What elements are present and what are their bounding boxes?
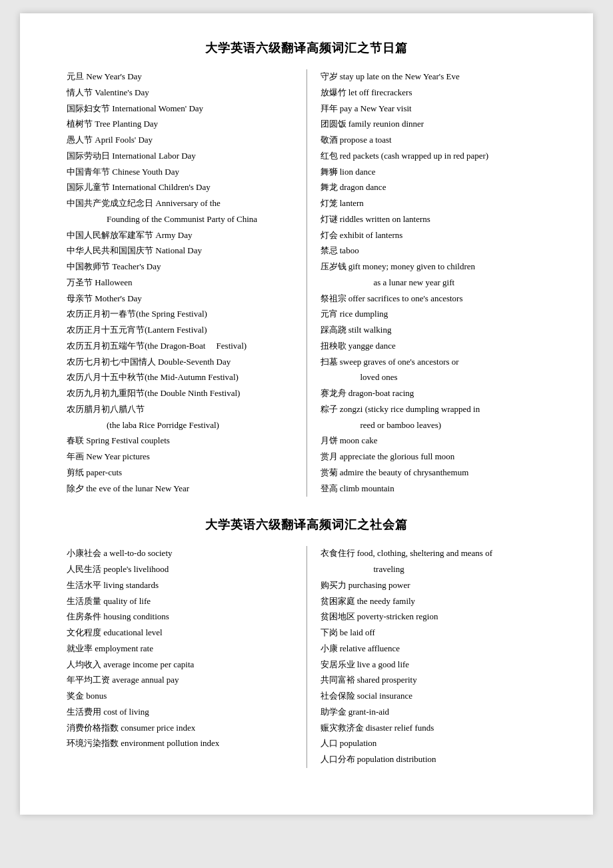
list-item: 小康社会 a well-to-do society <box>67 546 293 561</box>
list-item: reed or bamboo leaves) <box>320 418 547 433</box>
list-item: 舞龙 dragon dance <box>320 180 547 195</box>
list-item: 禁忌 taboo <box>320 243 547 259</box>
list-item: 消费价格指数 consumer price index <box>67 721 293 736</box>
section2-title: 大学英语六级翻译高频词汇之社会篇 <box>60 517 553 533</box>
list-item: 赈灾救济金 disaster relief funds <box>320 721 547 736</box>
list-item: 农历七月初七/中国情人 Double-Seventh Day <box>67 355 293 370</box>
list-item: 赏菊 admire the beauty of chrysanthemum <box>320 465 547 481</box>
list-item: 植树节 Tree Planting Day <box>67 117 293 132</box>
list-item: 中国教师节 Teacher's Day <box>67 259 293 275</box>
list-item: 元旦 New Year's Day <box>67 69 293 85</box>
section1-right-col: 守岁 stay up late on the New Year's Eve 放爆… <box>307 69 554 497</box>
list-item: 万圣节 Halloween <box>67 275 293 291</box>
list-item: 生活费用 cost of living <box>67 705 293 720</box>
list-item: 贫困家庭 the needy family <box>320 594 547 609</box>
list-item: 住房条件 housing conditions <box>67 609 293 625</box>
list-item: 舞狮 lion dance <box>320 165 547 180</box>
list-item: 祭祖宗 offer sacrifices to one's ancestors <box>320 291 547 307</box>
section1-left-col: 元旦 New Year's Day 情人节 Valentine's Day 国际… <box>60 69 307 497</box>
list-item: 国际劳动日 International Labor Day <box>67 149 293 164</box>
list-item: 生活水平 living standards <box>67 578 293 593</box>
list-item: 元宵 rice dumpling <box>320 307 547 322</box>
list-item: 拜年 pay a New Year visit <box>320 101 547 117</box>
list-item: 守岁 stay up late on the New Year's Eve <box>320 69 547 85</box>
list-item: 灯笼 lantern <box>320 196 547 211</box>
list-item: 生活质量 quality of life <box>67 594 293 609</box>
list-item: as a lunar new year gift <box>320 275 547 291</box>
list-item: loved ones <box>320 370 547 385</box>
list-item: 敬酒 propose a toast <box>320 133 547 148</box>
list-item: 社会保险 social insurance <box>320 689 547 704</box>
list-item: 扭秧歌 yangge dance <box>320 339 547 354</box>
list-item: 奖金 bonus <box>67 689 293 704</box>
list-item: 下岗 be laid off <box>320 625 547 641</box>
list-item: 农历九月初九重阳节(the Double Ninth Festival) <box>67 386 293 401</box>
list-item: 共同富裕 shared prosperity <box>320 673 547 688</box>
list-item: 情人节 Valentine's Day <box>67 85 293 101</box>
list-item: 母亲节 Mother's Day <box>67 291 293 307</box>
section2-content: 小康社会 a well-to-do society 人民生活 people's … <box>60 546 553 768</box>
list-item: 农历八月十五中秋节(the Mid-Autumn Festival) <box>67 370 293 385</box>
list-item: 踩高跷 stilt walking <box>320 323 547 338</box>
list-item: 贫困地区 poverty-stricken region <box>320 609 547 625</box>
list-item: 赏月 appreciate the glorious full moon <box>320 449 547 465</box>
list-item: 中国人民解放军建军节 Army Day <box>67 228 293 243</box>
list-item: 国际妇女节 International Women' Day <box>67 101 293 117</box>
list-item: 农历腊月初八腊八节 <box>67 402 293 417</box>
list-item: 粽子 zongzi (sticky rice dumpling wrapped … <box>320 402 547 417</box>
list-item: 农历正月初一春节(the Spring Festival) <box>67 307 293 322</box>
page: 大学英语六级翻译高频词汇之节日篇 元旦 New Year's Day 情人节 V… <box>20 13 593 815</box>
list-item: 人均收入 average income per capita <box>67 657 293 673</box>
list-item: 剪纸 paper-cuts <box>67 465 293 481</box>
list-item: 国际儿童节 International Children's Day <box>67 180 293 195</box>
list-item: 登高 climb mountain <box>320 481 547 497</box>
list-item: 人口 population <box>320 736 547 751</box>
list-item: 红包 red packets (cash wrapped up in red p… <box>320 149 547 164</box>
list-item: 中国共产党成立纪念日 Anniversary of the <box>67 196 293 211</box>
list-item: 灯会 exhibit of lanterns <box>320 228 547 243</box>
list-item: 春联 Spring Festival couplets <box>67 433 293 449</box>
list-item: 购买力 purchasing power <box>320 578 547 593</box>
list-item: 就业率 employment rate <box>67 641 293 657</box>
section1-title: 大学英语六级翻译高频词汇之节日篇 <box>60 40 553 56</box>
list-item: traveling <box>320 562 547 577</box>
list-item: 灯谜 riddles written on lanterns <box>320 212 547 227</box>
list-item: 月饼 moon cake <box>320 433 547 449</box>
list-item: 扫墓 sweep graves of one's ancestors or <box>320 355 547 370</box>
section1-content: 元旦 New Year's Day 情人节 Valentine's Day 国际… <box>60 69 553 497</box>
list-item: 安居乐业 live a good life <box>320 657 547 673</box>
list-item: 除夕 the eve of the lunar New Year <box>67 481 293 497</box>
section2-right-col: 衣食住行 food, clothing, sheltering and mean… <box>307 546 554 768</box>
list-item: 中华人民共和国国庆节 National Day <box>67 243 293 259</box>
list-item: 年画 New Year pictures <box>67 449 293 465</box>
list-item: Founding of the Communist Party of China <box>67 212 293 227</box>
list-item: 赛龙舟 dragon-boat racing <box>320 386 547 401</box>
list-item: 年平均工资 average annual pay <box>67 673 293 688</box>
list-item: 人口分布 population distribution <box>320 752 547 767</box>
list-item: 小康 relative affluence <box>320 641 547 657</box>
list-item: 农历五月初五端午节(the Dragon-Boat Festival) <box>67 339 293 354</box>
list-item: 人民生活 people's livelihood <box>67 562 293 577</box>
list-item: 环境污染指数 environment pollution index <box>67 736 293 751</box>
list-item: (the laba Rice Porridge Festival) <box>67 418 293 433</box>
list-item: 愚人节 April Fools' Day <box>67 133 293 148</box>
list-item: 农历正月十五元宵节(Lantern Festival) <box>67 323 293 338</box>
list-item: 衣食住行 food, clothing, sheltering and mean… <box>320 546 547 561</box>
list-item: 中国青年节 Chinese Youth Day <box>67 165 293 180</box>
list-item: 文化程度 educational level <box>67 625 293 641</box>
list-item: 放爆竹 let off firecrackers <box>320 85 547 101</box>
section2-left-col: 小康社会 a well-to-do society 人民生活 people's … <box>60 546 307 768</box>
list-item: 助学金 grant-in-aid <box>320 705 547 720</box>
list-item: 压岁钱 gift money; money given to children <box>320 259 547 275</box>
list-item: 团圆饭 family reunion dinner <box>320 117 547 132</box>
